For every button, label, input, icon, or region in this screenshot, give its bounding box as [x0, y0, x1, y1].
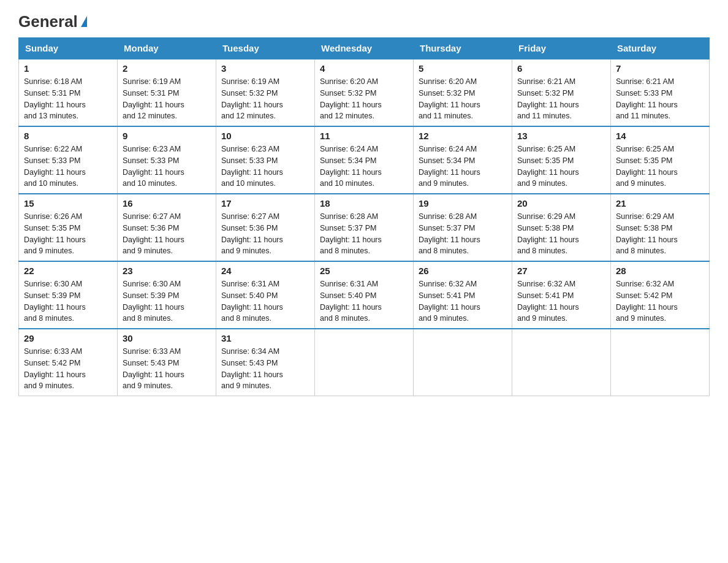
- day-number: 22: [24, 266, 112, 276]
- day-number: 28: [616, 266, 704, 276]
- day-number: 12: [419, 131, 507, 141]
- calendar-cell: 24 Sunrise: 6:31 AM Sunset: 5:40 PM Dayl…: [216, 261, 315, 329]
- day-number: 30: [123, 333, 211, 343]
- day-info: Sunrise: 6:26 AM Sunset: 5:35 PM Dayligh…: [24, 211, 112, 257]
- day-info: Sunrise: 6:32 AM Sunset: 5:41 PM Dayligh…: [419, 278, 507, 324]
- day-info: Sunrise: 6:20 AM Sunset: 5:32 PM Dayligh…: [320, 76, 408, 122]
- calendar-cell: 18 Sunrise: 6:28 AM Sunset: 5:37 PM Dayl…: [315, 194, 414, 261]
- column-header-thursday: Thursday: [414, 38, 512, 59]
- day-info: Sunrise: 6:33 AM Sunset: 5:42 PM Dayligh…: [24, 346, 112, 392]
- calendar-cell: 8 Sunrise: 6:22 AM Sunset: 5:33 PM Dayli…: [19, 126, 118, 194]
- day-info: Sunrise: 6:21 AM Sunset: 5:32 PM Dayligh…: [517, 76, 605, 122]
- day-info: Sunrise: 6:29 AM Sunset: 5:38 PM Dayligh…: [517, 211, 605, 257]
- calendar-cell: 4 Sunrise: 6:20 AM Sunset: 5:32 PM Dayli…: [315, 59, 414, 126]
- day-number: 7: [616, 63, 704, 74]
- week-row-1: 1 Sunrise: 6:18 AM Sunset: 5:31 PM Dayli…: [19, 59, 710, 126]
- calendar-cell: 20 Sunrise: 6:29 AM Sunset: 5:38 PM Dayl…: [512, 194, 611, 261]
- day-number: 16: [123, 198, 211, 209]
- day-number: 8: [24, 131, 112, 141]
- day-info: Sunrise: 6:34 AM Sunset: 5:43 PM Dayligh…: [221, 346, 309, 392]
- day-number: 5: [419, 63, 507, 74]
- week-row-3: 15 Sunrise: 6:26 AM Sunset: 5:35 PM Dayl…: [19, 194, 710, 261]
- day-info: Sunrise: 6:27 AM Sunset: 5:36 PM Dayligh…: [123, 211, 211, 257]
- day-info: Sunrise: 6:24 AM Sunset: 5:34 PM Dayligh…: [419, 144, 507, 190]
- week-row-4: 22 Sunrise: 6:30 AM Sunset: 5:39 PM Dayl…: [19, 261, 710, 329]
- day-number: 29: [24, 333, 112, 343]
- calendar-cell: 21 Sunrise: 6:29 AM Sunset: 5:38 PM Dayl…: [611, 194, 710, 261]
- day-number: 23: [123, 266, 211, 276]
- logo: General: [18, 12, 87, 31]
- calendar-cell: 5 Sunrise: 6:20 AM Sunset: 5:32 PM Dayli…: [414, 59, 512, 126]
- day-number: 2: [123, 63, 211, 74]
- day-info: Sunrise: 6:22 AM Sunset: 5:33 PM Dayligh…: [24, 144, 112, 190]
- day-info: Sunrise: 6:31 AM Sunset: 5:40 PM Dayligh…: [320, 278, 408, 324]
- day-info: Sunrise: 6:25 AM Sunset: 5:35 PM Dayligh…: [616, 144, 704, 190]
- day-number: 10: [221, 131, 309, 141]
- calendar-cell: 26 Sunrise: 6:32 AM Sunset: 5:41 PM Dayl…: [414, 261, 512, 329]
- column-header-tuesday: Tuesday: [216, 38, 315, 59]
- day-info: Sunrise: 6:31 AM Sunset: 5:40 PM Dayligh…: [221, 278, 309, 324]
- day-info: Sunrise: 6:19 AM Sunset: 5:32 PM Dayligh…: [221, 76, 309, 122]
- column-header-wednesday: Wednesday: [315, 38, 414, 59]
- column-header-monday: Monday: [118, 38, 216, 59]
- week-row-5: 29 Sunrise: 6:33 AM Sunset: 5:42 PM Dayl…: [19, 329, 710, 396]
- calendar-cell: 19 Sunrise: 6:28 AM Sunset: 5:37 PM Dayl…: [414, 194, 512, 261]
- calendar-cell: 29 Sunrise: 6:33 AM Sunset: 5:42 PM Dayl…: [19, 329, 118, 396]
- calendar-cell: 30 Sunrise: 6:33 AM Sunset: 5:43 PM Dayl…: [118, 329, 216, 396]
- calendar-cell: 31 Sunrise: 6:34 AM Sunset: 5:43 PM Dayl…: [216, 329, 315, 396]
- calendar-cell: 3 Sunrise: 6:19 AM Sunset: 5:32 PM Dayli…: [216, 59, 315, 126]
- day-number: 15: [24, 198, 112, 209]
- calendar-cell: 13 Sunrise: 6:25 AM Sunset: 5:35 PM Dayl…: [512, 126, 611, 194]
- day-info: Sunrise: 6:20 AM Sunset: 5:32 PM Dayligh…: [419, 76, 507, 122]
- column-header-sunday: Sunday: [19, 38, 118, 59]
- calendar-header-row: SundayMondayTuesdayWednesdayThursdayFrid…: [19, 38, 710, 59]
- calendar-cell: 9 Sunrise: 6:23 AM Sunset: 5:33 PM Dayli…: [118, 126, 216, 194]
- calendar-cell: 12 Sunrise: 6:24 AM Sunset: 5:34 PM Dayl…: [414, 126, 512, 194]
- day-info: Sunrise: 6:29 AM Sunset: 5:38 PM Dayligh…: [616, 211, 704, 257]
- calendar-cell: 14 Sunrise: 6:25 AM Sunset: 5:35 PM Dayl…: [611, 126, 710, 194]
- page-header: General: [18, 12, 710, 31]
- day-number: 4: [320, 63, 408, 74]
- day-number: 24: [221, 266, 309, 276]
- calendar-cell: 27 Sunrise: 6:32 AM Sunset: 5:41 PM Dayl…: [512, 261, 611, 329]
- calendar-cell: 17 Sunrise: 6:27 AM Sunset: 5:36 PM Dayl…: [216, 194, 315, 261]
- calendar-cell: 10 Sunrise: 6:23 AM Sunset: 5:33 PM Dayl…: [216, 126, 315, 194]
- day-number: 9: [123, 131, 211, 141]
- day-info: Sunrise: 6:18 AM Sunset: 5:31 PM Dayligh…: [24, 76, 112, 122]
- calendar-cell: 1 Sunrise: 6:18 AM Sunset: 5:31 PM Dayli…: [19, 59, 118, 126]
- day-info: Sunrise: 6:23 AM Sunset: 5:33 PM Dayligh…: [221, 144, 309, 190]
- calendar-cell: 28 Sunrise: 6:32 AM Sunset: 5:42 PM Dayl…: [611, 261, 710, 329]
- column-header-friday: Friday: [512, 38, 611, 59]
- day-number: 1: [24, 63, 112, 74]
- week-row-2: 8 Sunrise: 6:22 AM Sunset: 5:33 PM Dayli…: [19, 126, 710, 194]
- calendar-cell: [315, 329, 414, 396]
- logo-general-text: General: [18, 12, 78, 31]
- day-number: 27: [517, 266, 605, 276]
- day-info: Sunrise: 6:24 AM Sunset: 5:34 PM Dayligh…: [320, 144, 408, 190]
- calendar-cell: 25 Sunrise: 6:31 AM Sunset: 5:40 PM Dayl…: [315, 261, 414, 329]
- day-number: 18: [320, 198, 408, 209]
- calendar-cell: 23 Sunrise: 6:30 AM Sunset: 5:39 PM Dayl…: [118, 261, 216, 329]
- calendar-cell: 11 Sunrise: 6:24 AM Sunset: 5:34 PM Dayl…: [315, 126, 414, 194]
- column-header-saturday: Saturday: [611, 38, 710, 59]
- logo-triangle-icon: [81, 16, 87, 27]
- day-info: Sunrise: 6:30 AM Sunset: 5:39 PM Dayligh…: [24, 278, 112, 324]
- calendar-cell: 6 Sunrise: 6:21 AM Sunset: 5:32 PM Dayli…: [512, 59, 611, 126]
- day-number: 6: [517, 63, 605, 74]
- day-number: 21: [616, 198, 704, 209]
- day-info: Sunrise: 6:30 AM Sunset: 5:39 PM Dayligh…: [123, 278, 211, 324]
- day-number: 13: [517, 131, 605, 141]
- calendar-cell: 2 Sunrise: 6:19 AM Sunset: 5:31 PM Dayli…: [118, 59, 216, 126]
- day-info: Sunrise: 6:21 AM Sunset: 5:33 PM Dayligh…: [616, 76, 704, 122]
- calendar-cell: [414, 329, 512, 396]
- day-info: Sunrise: 6:23 AM Sunset: 5:33 PM Dayligh…: [123, 144, 211, 190]
- day-info: Sunrise: 6:32 AM Sunset: 5:42 PM Dayligh…: [616, 278, 704, 324]
- day-number: 19: [419, 198, 507, 209]
- calendar-cell: 16 Sunrise: 6:27 AM Sunset: 5:36 PM Dayl…: [118, 194, 216, 261]
- calendar-cell: 15 Sunrise: 6:26 AM Sunset: 5:35 PM Dayl…: [19, 194, 118, 261]
- day-number: 20: [517, 198, 605, 209]
- day-info: Sunrise: 6:25 AM Sunset: 5:35 PM Dayligh…: [517, 144, 605, 190]
- day-info: Sunrise: 6:28 AM Sunset: 5:37 PM Dayligh…: [419, 211, 507, 257]
- day-number: 31: [221, 333, 309, 343]
- calendar-cell: [611, 329, 710, 396]
